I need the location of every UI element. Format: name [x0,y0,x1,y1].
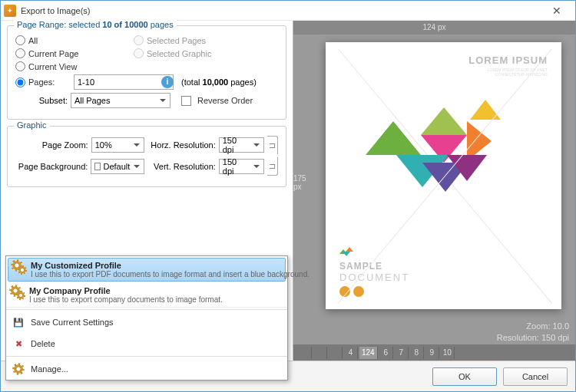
tangram-bird-graphic [339,84,548,245]
zoom-info: Zoom: 10.0 Resolution: 150 dpi [497,321,569,343]
link-resolution-icon-bottom: ⊐ [267,157,278,176]
info-icon[interactable]: i [161,76,174,88]
page-thumb[interactable]: 9 [425,347,439,359]
titlebar: ✦ Export to Image(s) ✕ [1,1,575,21]
doc-subtitle: LOREM IPSUM DOLOR SIT AMETCONSECTETUR AD… [339,68,548,77]
graphic-title: Graphic [14,120,50,130]
ruler-vertical: 175 px [293,35,316,331]
vert-res-select[interactable]: 150 dpi [219,159,264,174]
radio-selected-pages[interactable] [134,35,144,45]
radio-all[interactable] [15,35,25,45]
page-thumb[interactable] [298,347,312,359]
page-thumb[interactable]: 10 [441,347,455,359]
vert-res-label: Vert. Resolution: [147,162,215,171]
page-range-title: Page Range: selected 10 of 10000 pages [14,20,177,29]
page-thumb[interactable]: 8 [410,347,424,359]
doc-title: LOREM IPSUM [339,54,548,66]
page-range-group: Page Range: selected 10 of 10000 pages A… [7,25,286,120]
app-icon: ✦ [4,5,16,17]
reverse-order-checkbox[interactable] [181,96,191,106]
pages-input[interactable] [74,74,174,90]
label-pages: Pages: [28,77,55,87]
page-bg-label: Page Background: [15,162,88,171]
profile-item-customized[interactable]: My Customized Profile I use this to expo… [8,258,286,282]
link-resolution-icon[interactable]: ⊐ [267,136,278,154]
horz-res-label: Horz. Resolution: [147,140,216,150]
profile-desc: I use this to export PDF documents to im… [31,270,310,278]
graphic-group: Graphic Page Zoom: 10% Horz. Resolution:… [7,126,286,187]
profile-item-company[interactable]: My Company Profile I use this to export … [6,283,287,308]
subset-label: Subset: [15,96,68,105]
cancel-button[interactable]: Cancel [503,367,568,386]
page-thumb[interactable]: 7 [395,347,409,359]
radio-selected-graphic[interactable] [134,48,144,58]
page-zoom-select[interactable]: 10% [91,137,144,153]
page-thumb[interactable]: 6 [379,347,393,359]
badge-icon [353,286,364,297]
doc-footer: SAMPLE DOCUMENT [339,261,548,297]
options-panel: Page Range: selected 10 of 10000 pages A… [1,21,293,361]
menu-delete[interactable]: ✖ Delete [6,333,287,354]
page-thumb[interactable] [313,347,327,359]
save-icon: 💾 [12,316,25,328]
gear-icon [12,363,25,375]
preview-panel: 124 px 175 px LOREM IPSUM LOREM IPSUM DO… [293,21,575,361]
page-bg-select[interactable]: Default [91,159,144,174]
profiles-popup: My Customized Profile I use this to expo… [5,255,288,380]
page-thumbnails-bar[interactable]: 4 124 6 7 8 9 10 [293,344,575,361]
radio-current-view[interactable] [15,61,25,71]
delete-icon: ✖ [12,338,25,350]
label-current-page: Current Page [28,49,78,58]
label-selected-pages: Selected Pages [147,36,206,45]
menu-manage[interactable]: Manage... [6,358,287,380]
preview-document: LOREM IPSUM LOREM IPSUM DOLOR SIT AMETCO… [326,42,561,309]
gears-icon [11,286,25,300]
menu-save-settings[interactable]: 💾 Save Current Settings [6,311,287,333]
close-button[interactable]: ✕ [541,2,572,19]
total-pages-label: (total 10,000 pages) [181,77,257,87]
page-thumb[interactable]: 124 [359,347,378,359]
profile-name: My Customized Profile [31,261,310,270]
badge-icon [339,286,350,297]
page-thumb[interactable] [329,347,343,359]
radio-pages[interactable] [15,77,25,87]
page-thumb[interactable]: 4 [344,347,358,359]
radio-current-page[interactable] [15,48,25,58]
preview-canvas: LOREM IPSUM LOREM IPSUM DOLOR SIT AMETCO… [326,42,561,309]
horz-res-select[interactable]: 150 dpi [219,137,264,153]
label-selected-graphic: Selected Graphic [147,49,211,58]
ruler-horizontal: 124 px [293,21,575,35]
label-current-view: Current View [28,62,77,71]
ok-button[interactable]: OK [432,367,497,386]
page-zoom-label: Page Zoom: [15,140,88,150]
window-title: Export to Image(s) [21,6,541,15]
gears-icon [12,261,26,275]
subset-select[interactable]: All Pages [71,93,170,108]
reverse-order-label: Reverse Order [197,96,253,105]
profile-name: My Company Profile [29,286,283,295]
label-all: All [28,36,38,45]
profile-desc: I use this to export company documents t… [29,295,283,304]
small-bird-icon [339,245,353,259]
